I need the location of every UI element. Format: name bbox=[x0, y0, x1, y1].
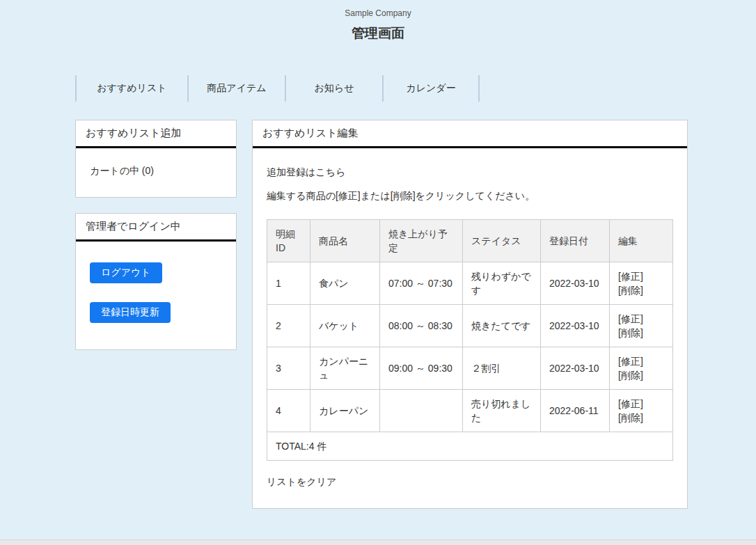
column-header-name: 商品名 bbox=[310, 220, 380, 262]
add-registration-link[interactable]: 追加登録はこちら bbox=[267, 165, 673, 179]
cell-status: 残りわずかです bbox=[463, 262, 541, 305]
cell-id: 4 bbox=[267, 390, 310, 432]
cell-id: 3 bbox=[267, 347, 310, 390]
cart-count-label: カートの中 (0) bbox=[90, 165, 154, 176]
cell-name: カンパーニュ bbox=[310, 347, 380, 390]
cell-id: 2 bbox=[267, 305, 310, 347]
cell-time: 09:00 ～ 09:30 bbox=[380, 347, 463, 390]
login-status-body: ログアウト 登録日時更新 bbox=[76, 242, 236, 349]
nav-tab-product-items[interactable]: 商品アイテム bbox=[187, 75, 285, 102]
cell-edit: [修正] [削除] bbox=[610, 262, 673, 305]
delete-link[interactable]: [削除] bbox=[618, 283, 664, 297]
add-list-panel: おすすめリスト追加 カートの中 (0) bbox=[75, 120, 237, 198]
add-list-panel-body: カートの中 (0) bbox=[76, 148, 236, 197]
edit-list-panel: おすすめリスト編集 追加登録はこちら 編集する商品の[修正]または[削除]をクリ… bbox=[252, 120, 688, 509]
delete-link[interactable]: [削除] bbox=[618, 326, 664, 340]
table-total: TOTAL:4 件 bbox=[267, 432, 673, 461]
page-title: 管理画面 bbox=[0, 24, 756, 42]
delete-link[interactable]: [削除] bbox=[618, 368, 664, 382]
edit-instruction: 編集する商品の[修正]または[削除]をクリックしてください。 bbox=[267, 189, 673, 203]
delete-link[interactable]: [削除] bbox=[618, 411, 664, 425]
sidebar: おすすめリスト追加 カートの中 (0) 管理者でログイン中 ログアウト 登録日時… bbox=[75, 120, 237, 350]
cell-name: バケット bbox=[310, 305, 380, 347]
edit-link[interactable]: [修正] bbox=[618, 354, 664, 368]
column-header-date: 登録日付 bbox=[541, 220, 610, 262]
recommended-items-table: 明細ID 商品名 焼き上がり予定 ステイタス 登録日付 編集 1 食パン 07:… bbox=[267, 219, 673, 461]
cell-id: 1 bbox=[267, 262, 310, 305]
cell-date: 2022-06-11 bbox=[541, 390, 610, 432]
edit-link[interactable]: [修正] bbox=[618, 397, 664, 411]
content-area: おすすめリスト追加 カートの中 (0) 管理者でログイン中 ログアウト 登録日時… bbox=[75, 120, 688, 509]
nav-tab-calendar[interactable]: カレンダー bbox=[382, 75, 480, 102]
admin-page: { "header": { "company": "Sample Company… bbox=[0, 0, 756, 545]
company-name: Sample Company bbox=[0, 8, 756, 18]
login-status-title: 管理者でログイン中 bbox=[76, 214, 236, 242]
cell-edit: [修正] [削除] bbox=[610, 390, 673, 432]
column-header-status: ステイタス bbox=[463, 220, 541, 262]
login-status-panel: 管理者でログイン中 ログアウト 登録日時更新 bbox=[75, 213, 237, 350]
cell-time: 08:00 ～ 08:30 bbox=[380, 305, 463, 347]
table-total-row: TOTAL:4 件 bbox=[267, 432, 673, 461]
cell-edit: [修正] [削除] bbox=[610, 347, 673, 390]
edit-list-panel-body: 追加登録はこちら 編集する商品の[修正]または[削除]をクリックしてください。 … bbox=[253, 148, 687, 508]
cell-date: 2022-03-10 bbox=[541, 347, 610, 390]
column-header-id: 明細ID bbox=[267, 220, 310, 262]
column-header-time: 焼き上がり予定 bbox=[380, 220, 463, 262]
cell-date: 2022-03-10 bbox=[541, 262, 610, 305]
nav-tab-recommended-list[interactable]: おすすめリスト bbox=[75, 75, 187, 102]
cell-status: ２割引 bbox=[463, 347, 541, 390]
cell-name: 食パン bbox=[310, 262, 380, 305]
edit-link[interactable]: [修正] bbox=[618, 269, 664, 283]
cell-name: カレーパン bbox=[310, 390, 380, 432]
table-row: 1 食パン 07:00 ～ 07:30 残りわずかです 2022-03-10 [… bbox=[267, 262, 673, 305]
cell-time: 07:00 ～ 07:30 bbox=[380, 262, 463, 305]
table-header-row: 明細ID 商品名 焼き上がり予定 ステイタス 登録日付 編集 bbox=[267, 220, 673, 262]
logout-button[interactable]: ログアウト bbox=[90, 262, 162, 283]
horizontal-scrollbar[interactable] bbox=[0, 539, 756, 545]
main-nav: おすすめリスト 商品アイテム お知らせ カレンダー bbox=[75, 75, 756, 102]
table-row: 4 カレーパン 売り切れました 2022-06-11 [修正] [削除] bbox=[267, 390, 673, 432]
nav-tab-news[interactable]: お知らせ bbox=[285, 75, 382, 102]
table-row: 3 カンパーニュ 09:00 ～ 09:30 ２割引 2022-03-10 [修… bbox=[267, 347, 673, 390]
cell-status: 焼きたてです bbox=[463, 305, 541, 347]
cell-edit: [修正] [削除] bbox=[610, 305, 673, 347]
cell-time bbox=[380, 390, 463, 432]
table-row: 2 バケット 08:00 ～ 08:30 焼きたてです 2022-03-10 [… bbox=[267, 305, 673, 347]
clear-list-link[interactable]: リストをクリア bbox=[267, 476, 336, 489]
page-header: Sample Company 管理画面 bbox=[0, 0, 756, 42]
edit-list-panel-title: おすすめリスト編集 bbox=[253, 120, 687, 148]
column-header-edit: 編集 bbox=[610, 220, 673, 262]
cell-status: 売り切れました bbox=[463, 390, 541, 432]
add-list-panel-title: おすすめリスト追加 bbox=[76, 120, 236, 148]
update-registration-date-button[interactable]: 登録日時更新 bbox=[90, 302, 171, 323]
edit-link[interactable]: [修正] bbox=[618, 312, 664, 326]
cell-date: 2022-03-10 bbox=[541, 305, 610, 347]
